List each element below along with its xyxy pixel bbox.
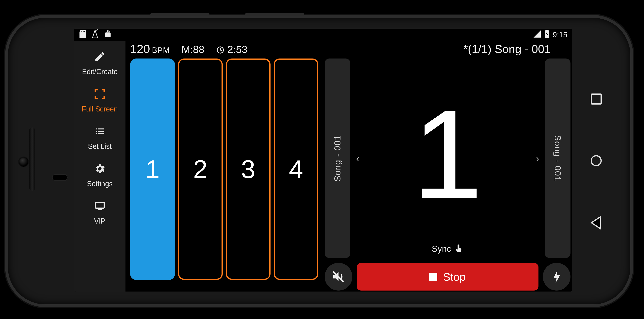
- elapsed-value: 2:53: [228, 44, 248, 55]
- cell-signal-icon: [533, 30, 541, 40]
- screen: 9:15 Edit/Create Full Screen: [74, 29, 572, 292]
- sd-card-icon: [79, 30, 87, 40]
- pencil-icon: [94, 51, 106, 64]
- flash-button[interactable]: [543, 263, 570, 290]
- phone-speaker: [29, 128, 35, 191]
- android-status-bar: 9:15: [74, 29, 572, 41]
- stop-button[interactable]: Stop: [357, 263, 538, 290]
- content-row: 1 2 3 4 Song - 001 ‹ 1: [130, 58, 570, 292]
- sidebar-item-edit-create[interactable]: Edit/Create: [82, 51, 118, 76]
- song-title[interactable]: *(1/1) Song - 001: [464, 42, 551, 56]
- sidebar-item-vip[interactable]: VIP: [94, 200, 106, 225]
- app-root: Edit/Create Full Screen Set List: [74, 41, 572, 292]
- monitor-icon: [94, 200, 106, 214]
- beat-3[interactable]: 3: [226, 58, 270, 280]
- phone-sensor: [19, 157, 28, 166]
- android-home-button[interactable]: [591, 155, 602, 166]
- stop-icon: [430, 273, 437, 281]
- sidebar-item-settings[interactable]: Settings: [87, 163, 113, 188]
- volume-mute-icon: [332, 270, 346, 284]
- gear-icon: [94, 163, 106, 176]
- clock-icon: [216, 46, 224, 54]
- beat-4[interactable]: 4: [274, 58, 318, 280]
- info-row: 120BPM M:88 2:53 *(1/1) Song - 001: [130, 41, 570, 58]
- metronome-icon: [91, 30, 99, 40]
- list-icon: [94, 126, 106, 139]
- status-clock: 9:15: [553, 31, 567, 39]
- sync-button[interactable]: Sync: [432, 244, 464, 254]
- svg-rect-0: [82, 31, 82, 32]
- svg-rect-9: [98, 209, 102, 210]
- sidebar: Edit/Create Full Screen Set List: [74, 41, 126, 292]
- status-left: [79, 30, 112, 40]
- beat-label: 1: [146, 154, 160, 184]
- android-back-button[interactable]: [592, 217, 601, 229]
- stage: Song - 001 ‹ 1 Sync: [325, 58, 570, 258]
- sync-label: Sync: [432, 244, 451, 254]
- svg-rect-2: [84, 31, 85, 32]
- bpm-value: 120: [130, 42, 150, 56]
- beat-label: 4: [289, 154, 303, 184]
- fullscreen-icon: [94, 88, 106, 102]
- right-panel: Song - 001 ‹ 1 Sync: [322, 58, 570, 292]
- next-song-button[interactable]: › Song - 001: [545, 58, 570, 258]
- sidebar-item-set-list[interactable]: Set List: [88, 126, 112, 150]
- svg-point-5: [108, 31, 109, 32]
- bolt-icon: [552, 270, 562, 283]
- svg-point-4: [106, 31, 107, 32]
- beat-label: 2: [193, 154, 208, 184]
- android-robot-icon: [103, 30, 112, 40]
- sidebar-item-label: Settings: [87, 180, 113, 188]
- big-beat-count: 1: [412, 105, 483, 204]
- main-area: 120BPM M:88 2:53 *(1/1) Song - 001 1 2 3…: [126, 41, 572, 292]
- svg-rect-7: [546, 30, 548, 31]
- svg-rect-1: [83, 31, 84, 32]
- beat-1[interactable]: 1: [130, 58, 175, 280]
- center-stage[interactable]: 1 Sync: [354, 58, 541, 258]
- mute-button[interactable]: [325, 263, 352, 290]
- beat-label: 3: [241, 154, 255, 184]
- phone-earpiece: [52, 174, 68, 181]
- svg-rect-8: [96, 202, 104, 208]
- battery-charging-icon: [544, 30, 550, 40]
- prev-song-label: Song - 001: [332, 135, 342, 182]
- sidebar-item-label: Set List: [88, 142, 112, 150]
- controls-row: Stop: [325, 262, 570, 292]
- bpm-display[interactable]: 120BPM: [130, 42, 170, 56]
- stop-label: Stop: [443, 270, 466, 283]
- status-right: 9:15: [533, 30, 567, 40]
- measure-display: M:88: [182, 44, 204, 55]
- phone-frame: 9:15 Edit/Create Full Screen: [8, 18, 630, 304]
- sidebar-item-label: Full Screen: [82, 105, 118, 113]
- touch-icon: [455, 244, 464, 254]
- next-song-label: Song - 001: [553, 135, 562, 182]
- sidebar-item-full-screen[interactable]: Full Screen: [82, 88, 118, 113]
- android-overview-button[interactable]: [591, 94, 602, 104]
- android-nav-bar: [574, 29, 619, 294]
- sidebar-item-label: VIP: [94, 217, 106, 225]
- prev-song-button[interactable]: Song - 001 ‹: [325, 58, 350, 258]
- elapsed-display: 2:53: [216, 44, 248, 55]
- sidebar-item-label: Edit/Create: [82, 68, 118, 76]
- bpm-unit: BPM: [152, 46, 170, 54]
- beat-bars: 1 2 3 4: [130, 58, 318, 292]
- chevron-right-icon: ›: [536, 153, 539, 164]
- beat-2[interactable]: 2: [178, 58, 223, 280]
